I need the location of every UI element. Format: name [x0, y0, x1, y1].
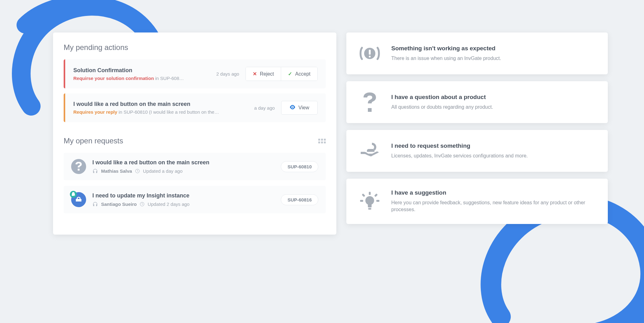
- clock-icon: [135, 169, 140, 173]
- svg-rect-8: [368, 208, 371, 210]
- pending-action-buttons: ✕ Reject ✓ Accept: [246, 67, 318, 81]
- svg-rect-9: [369, 192, 371, 195]
- headset-icon: [92, 168, 98, 174]
- pending-action-card[interactable]: I would like a red button on the main sc…: [64, 93, 326, 122]
- hand-request-icon: [359, 141, 381, 161]
- svg-rect-12: [362, 194, 365, 197]
- grid-view-icon[interactable]: [318, 139, 326, 143]
- pending-action-time: 2 days ago: [216, 71, 239, 77]
- category-title: I have a question about a product: [391, 94, 595, 101]
- pending-action-time: a day ago: [254, 105, 275, 111]
- svg-rect-7: [368, 204, 372, 207]
- svg-rect-4: [369, 50, 371, 55]
- svg-point-6: [365, 196, 374, 205]
- pending-actions-section: My pending actions Solution Confirmation…: [64, 43, 326, 122]
- question-icon: [359, 92, 381, 112]
- svg-rect-11: [376, 200, 379, 202]
- svg-rect-13: [374, 194, 378, 197]
- categories-panel: Something isn't working as expected Ther…: [346, 32, 608, 224]
- category-desc: Licenses, updates, InvGate services conf…: [391, 152, 595, 159]
- service-avatar-icon: [71, 192, 86, 207]
- request-card[interactable]: I need to update my Insight instance San…: [64, 186, 326, 213]
- request-code-badge: SUP-60810: [281, 161, 318, 172]
- svg-rect-10: [360, 200, 363, 202]
- headset-icon: [92, 201, 98, 207]
- pending-action-title: I would like a red button on the main sc…: [73, 101, 248, 107]
- request-meta: Mathias Salva Updated a day ago: [92, 168, 275, 174]
- open-requests-section: My open requests I would like a red butt…: [64, 137, 326, 213]
- eye-icon: [290, 105, 295, 111]
- open-requests-heading: My open requests: [64, 137, 123, 145]
- category-request[interactable]: I need to request something Licenses, up…: [346, 130, 608, 172]
- main-panel: My pending actions Solution Confirmation…: [53, 32, 336, 235]
- svg-point-5: [369, 56, 371, 57]
- alert-icon: [359, 43, 381, 64]
- category-desc: All questions or doubts regarding any pr…: [391, 104, 595, 111]
- category-title: Something isn't working as expected: [391, 45, 595, 52]
- request-card[interactable]: I would like a red button on the main sc…: [64, 153, 326, 180]
- x-icon: ✕: [253, 71, 257, 77]
- pending-action-card[interactable]: Solution Confirmation Requirse your solu…: [64, 59, 326, 88]
- check-icon: ✓: [288, 71, 292, 77]
- category-desc: Here you can provide feedback, suggestio…: [391, 199, 595, 213]
- pending-action-title: Solution Confirmation: [73, 67, 210, 74]
- pending-action-subtitle: Requires your reply in SUP-60810 (I woul…: [73, 109, 248, 115]
- request-title: I need to update my Insight instance: [92, 192, 275, 199]
- lightbulb-icon: [359, 191, 381, 211]
- category-issue[interactable]: Something isn't working as expected Ther…: [346, 32, 608, 74]
- category-suggestion[interactable]: I have a suggestion Here you can provide…: [346, 179, 608, 224]
- request-code-badge: SUP-60816: [281, 194, 318, 205]
- category-question[interactable]: I have a question about a product All qu…: [346, 81, 608, 123]
- request-meta: Santiago Sueiro Updated 2 days ago: [92, 201, 275, 207]
- clock-icon: [140, 202, 144, 206]
- svg-point-0: [292, 107, 293, 108]
- category-title: I have a suggestion: [391, 189, 595, 196]
- category-desc: There is an issue when using an InvGate …: [391, 55, 595, 62]
- category-title: I need to request something: [391, 142, 595, 149]
- question-avatar-icon: [71, 159, 86, 174]
- pending-action-subtitle: Requirse your solution confirmation in S…: [73, 76, 210, 81]
- pending-heading: My pending actions: [64, 43, 326, 52]
- accept-button[interactable]: ✓ Accept: [281, 67, 317, 81]
- reject-button[interactable]: ✕ Reject: [246, 67, 281, 81]
- view-button[interactable]: View: [281, 101, 318, 115]
- request-title: I would like a red button on the main sc…: [92, 159, 275, 166]
